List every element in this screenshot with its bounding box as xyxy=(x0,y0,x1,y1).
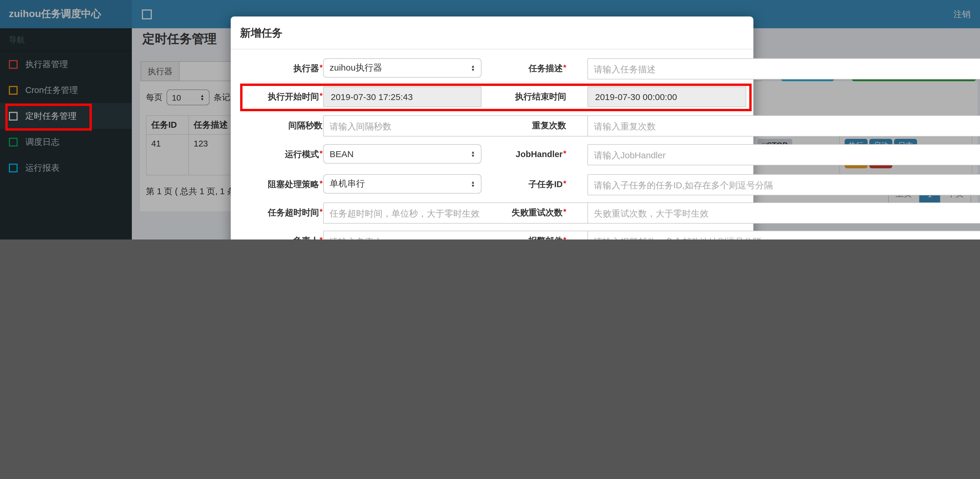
owner-label: 负责人* xyxy=(216,231,323,240)
retry-input[interactable] xyxy=(587,202,980,224)
retry-label: 失败重试次数* xyxy=(417,202,566,223)
child-task-label: 子任务ID* xyxy=(417,174,566,195)
jobhandler-input[interactable] xyxy=(587,144,980,166)
run-mode-label: 运行模式* xyxy=(216,144,323,165)
block-strategy-label: 阻塞处理策略* xyxy=(216,174,323,195)
executor-label: 执行器* xyxy=(216,58,323,79)
annotation-box-sidebar xyxy=(5,103,92,130)
repeat-input[interactable] xyxy=(587,115,980,137)
interval-label: 间隔秒数 xyxy=(216,115,323,136)
task-desc-label: 任务描述* xyxy=(417,58,566,79)
modal-title: 新增任务 xyxy=(240,26,283,40)
repeat-label: 重复次数 xyxy=(417,115,566,136)
child-task-input[interactable] xyxy=(587,174,980,195)
jobhandler-label: JobHandler* xyxy=(417,144,566,165)
task-desc-input[interactable] xyxy=(587,58,980,80)
add-task-modal: 新增任务 执行器* zuihou执行器 ▲▼ 任务描述* 执行开始时间* 201… xyxy=(231,16,753,240)
app: zuihou任务调度中心 注销 导航 执行器管理 Cron任务管理 定时任务管理… xyxy=(0,0,980,240)
timeout-label: 任务超时时间* xyxy=(216,202,323,223)
alarm-email-input[interactable] xyxy=(587,231,980,240)
annotation-box-time-row xyxy=(240,84,752,111)
alarm-email-label: 报警邮件* xyxy=(417,231,566,240)
modal-header-divider xyxy=(231,49,753,49)
